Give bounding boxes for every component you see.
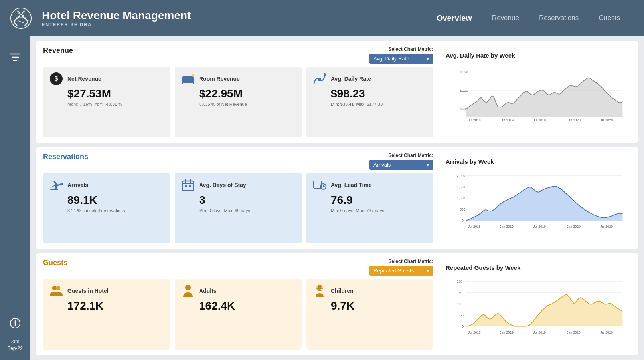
svg-text:0: 0 bbox=[462, 325, 464, 329]
reservations-metric-dropdown[interactable]: Arrivals ▾ bbox=[369, 160, 433, 170]
guests-chart-title: Repeated Guests by Week bbox=[446, 264, 624, 271]
sidebar-date: Date: Sep-22 bbox=[7, 338, 23, 352]
guests-section: Guests Select Chart Metric: Repeated Gue… bbox=[36, 253, 638, 355]
revenue-chart-panel: Avg. Daily Rate by Week $150 $100 $50 Ju… bbox=[439, 46, 631, 137]
person-icon bbox=[181, 284, 195, 298]
revenue-chart-metric-label: Select Chart Metric: bbox=[388, 46, 433, 52]
guests-chart-metric-label: Select Chart Metric: bbox=[388, 259, 433, 264]
avg-days-card: Avg. Days of Stay 3 Min: 0 days Max: 69 … bbox=[175, 173, 302, 244]
svg-point-0 bbox=[11, 8, 31, 28]
svg-text:Jul 2019: Jul 2019 bbox=[533, 225, 546, 229]
revenue-metrics-row: $ Net Revenue $27.53M MoM: 7.16% YoY: -4… bbox=[43, 67, 433, 137]
svg-rect-10 bbox=[182, 76, 194, 80]
svg-rect-33 bbox=[185, 185, 187, 187]
svg-text:$50: $50 bbox=[460, 107, 466, 111]
reservations-chart-metric-label: Select Chart Metric: bbox=[388, 153, 433, 158]
svg-text:200: 200 bbox=[457, 280, 462, 284]
svg-text:$: $ bbox=[55, 75, 58, 82]
svg-text:Jul 2020: Jul 2020 bbox=[600, 118, 613, 122]
repeated-guests-chart: 200 150 100 50 0 Jul 2018 Jan 2019 Jul 2… bbox=[446, 273, 624, 344]
app-title: Hotel Revenue Management bbox=[42, 9, 437, 22]
adults-card: Adults 162.4K bbox=[175, 279, 302, 350]
reservations-chart-title: Arrivals by Week bbox=[446, 158, 624, 165]
svg-text:Jan 2020: Jan 2020 bbox=[567, 331, 581, 335]
filter-icon[interactable] bbox=[6, 48, 24, 69]
logo bbox=[8, 5, 34, 31]
svg-text:Jan 2019: Jan 2019 bbox=[500, 225, 514, 229]
svg-text:1,500: 1,500 bbox=[457, 185, 465, 189]
header: Hotel Revenue Management ENTERPRISE DNA … bbox=[0, 0, 644, 36]
svg-text:500: 500 bbox=[460, 207, 465, 211]
reservations-chart-panel: Arrivals by Week 2,000 1,500 1,000 500 0… bbox=[439, 153, 631, 244]
info-icon[interactable] bbox=[6, 314, 24, 334]
children-card: Children 9.7K bbox=[306, 279, 433, 350]
svg-text:Jul 2018: Jul 2018 bbox=[468, 331, 481, 335]
guests-hotel-card: Guests in Hotel 172.1K bbox=[43, 279, 170, 350]
arrivals-chart: 2,000 1,500 1,000 500 0 Jul 2018 Jan 201… bbox=[446, 167, 624, 238]
svg-text:Jul 2020: Jul 2020 bbox=[600, 225, 613, 229]
dollar-icon: $ bbox=[49, 72, 63, 86]
people-icon bbox=[49, 284, 63, 298]
svg-rect-29 bbox=[182, 181, 194, 191]
sidebar: Date: Sep-22 bbox=[0, 36, 30, 360]
svg-text:2,000: 2,000 bbox=[457, 174, 465, 178]
clock-calendar-icon bbox=[312, 178, 327, 192]
net-revenue-card: $ Net Revenue $27.53M MoM: 7.16% YoY: -4… bbox=[43, 67, 170, 137]
nav-reservations[interactable]: Reservations bbox=[539, 14, 579, 22]
svg-text:Jan 2019: Jan 2019 bbox=[500, 118, 514, 122]
revenue-metric-dropdown[interactable]: Avg. Daily Rate ▾ bbox=[369, 54, 433, 64]
guests-metrics-row: Guests in Hotel 172.1K bbox=[43, 279, 433, 350]
guests-chart-panel: Repeated Guests by Week 200 150 100 50 0… bbox=[439, 259, 631, 350]
header-title-block: Hotel Revenue Management ENTERPRISE DNA bbox=[42, 9, 437, 27]
svg-text:0: 0 bbox=[462, 219, 464, 223]
svg-text:Jan 2019: Jan 2019 bbox=[500, 331, 514, 335]
svg-rect-34 bbox=[189, 185, 191, 187]
revenue-chart-title: Avg. Daily Rate by Week bbox=[446, 52, 624, 59]
reservations-section: Reservations Select Chart Metric: Arriva… bbox=[36, 147, 638, 249]
guests-metric-dropdown[interactable]: Repeated Guests ▾ bbox=[369, 266, 433, 276]
svg-text:$: $ bbox=[324, 73, 326, 77]
main-content: Revenue Select Chart Metric: Avg. Daily … bbox=[30, 36, 644, 360]
arrivals-card: Arrivals 89.1K 37.1 % canceled reservati… bbox=[43, 173, 170, 244]
svg-point-60 bbox=[321, 286, 323, 288]
revenue-section: Revenue Select Chart Metric: Avg. Daily … bbox=[36, 41, 638, 143]
bed-icon: $ bbox=[181, 72, 195, 86]
svg-text:150: 150 bbox=[457, 291, 462, 295]
svg-text:Jul 2018: Jul 2018 bbox=[468, 118, 481, 122]
avg-daily-rate-card: $ Avg. Daily Rate $98.23 Min: $33.41 Max… bbox=[306, 67, 433, 137]
nav-overview[interactable]: Overview bbox=[437, 14, 472, 23]
svg-text:1,000: 1,000 bbox=[457, 196, 465, 200]
app-subtitle: ENTERPRISE DNA bbox=[42, 22, 437, 27]
svg-rect-12 bbox=[193, 82, 194, 84]
svg-text:Jul 2020: Jul 2020 bbox=[600, 331, 613, 335]
svg-point-6 bbox=[14, 320, 16, 322]
svg-text:100: 100 bbox=[457, 302, 462, 306]
plane-icon bbox=[49, 178, 63, 192]
svg-point-59 bbox=[316, 286, 318, 288]
sidebar-bottom: Date: Sep-22 bbox=[6, 314, 24, 360]
svg-text:50: 50 bbox=[460, 314, 464, 318]
calendar-icon bbox=[181, 178, 195, 192]
nav-guests[interactable]: Guests bbox=[599, 14, 620, 22]
guests-title: Guests bbox=[43, 259, 67, 267]
revenue-chart: $150 $100 $50 Jul 2018 Jan 2019 Jul 2019… bbox=[446, 61, 624, 132]
svg-line-1 bbox=[18, 13, 24, 16]
svg-line-3 bbox=[18, 20, 24, 23]
avg-lead-time-card: Avg. Lead Time 76.9 Min: 0 days Max: 737… bbox=[306, 173, 433, 244]
room-revenue-card: $ Room Revenue $22.95M 83.35 % of Net Re… bbox=[175, 67, 302, 137]
svg-text:Jan 2020: Jan 2020 bbox=[567, 118, 581, 122]
svg-point-57 bbox=[185, 285, 191, 290]
svg-text:Jan 2020: Jan 2020 bbox=[567, 225, 581, 229]
svg-text:Jul 2019: Jul 2019 bbox=[533, 331, 546, 335]
svg-point-15 bbox=[318, 78, 321, 81]
svg-text:Jul 2018: Jul 2018 bbox=[468, 225, 481, 229]
svg-text:Jul 2019: Jul 2019 bbox=[533, 118, 546, 122]
reservations-title: Reservations bbox=[43, 153, 88, 161]
child-icon bbox=[312, 284, 327, 298]
svg-point-56 bbox=[56, 286, 60, 290]
revenue-title: Revenue bbox=[43, 46, 73, 55]
nav-revenue[interactable]: Revenue bbox=[492, 14, 519, 22]
svg-rect-11 bbox=[182, 82, 183, 84]
reservations-metrics-row: Arrivals 89.1K 37.1 % canceled reservati… bbox=[43, 173, 433, 244]
header-nav: Overview Revenue Reservations Guests bbox=[437, 14, 636, 23]
